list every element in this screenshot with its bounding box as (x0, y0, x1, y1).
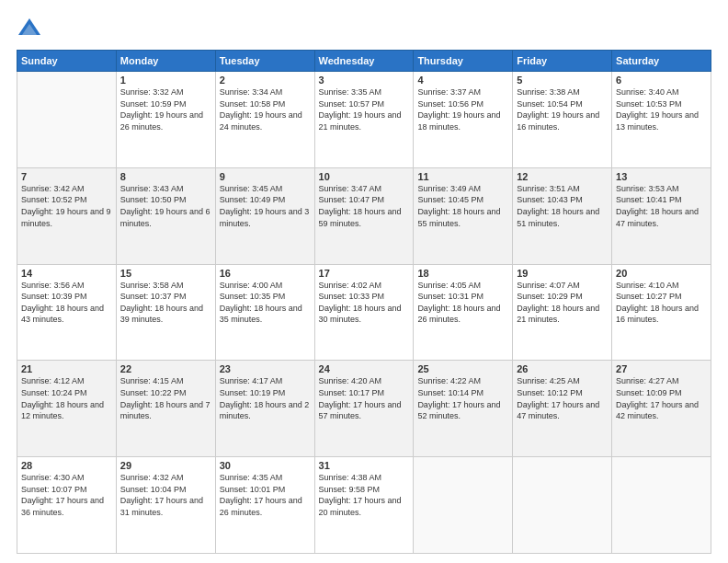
calendar-cell: 31Sunrise: 4:38 AM Sunset: 9:58 PM Dayli… (314, 457, 414, 554)
day-info: Sunrise: 3:49 AM Sunset: 10:45 PM Daylig… (417, 183, 508, 229)
calendar-header-row: SundayMondayTuesdayWednesdayThursdayFrid… (17, 51, 711, 72)
calendar-cell: 16Sunrise: 4:00 AM Sunset: 10:35 PM Dayl… (215, 264, 314, 361)
calendar-week-row: 14Sunrise: 3:56 AM Sunset: 10:39 PM Dayl… (17, 264, 711, 361)
day-info: Sunrise: 3:43 AM Sunset: 10:50 PM Daylig… (120, 183, 211, 229)
day-number: 11 (417, 171, 508, 182)
day-number: 4 (417, 75, 508, 86)
day-info: Sunrise: 4:15 AM Sunset: 10:22 PM Daylig… (120, 375, 211, 421)
calendar-table: SundayMondayTuesdayWednesdayThursdayFrid… (17, 50, 711, 554)
calendar-cell: 5Sunrise: 3:38 AM Sunset: 10:54 PM Dayli… (513, 72, 612, 168)
day-info: Sunrise: 3:53 AM Sunset: 10:41 PM Daylig… (616, 183, 707, 229)
day-number: 24 (319, 363, 410, 374)
day-number: 23 (220, 363, 311, 374)
day-info: Sunrise: 3:42 AM Sunset: 10:52 PM Daylig… (21, 183, 112, 229)
day-number: 1 (120, 75, 211, 86)
calendar-cell: 24Sunrise: 4:20 AM Sunset: 10:17 PM Dayl… (314, 361, 414, 457)
calendar-cell: 7Sunrise: 3:42 AM Sunset: 10:52 PM Dayli… (17, 167, 117, 264)
day-info: Sunrise: 4:27 AM Sunset: 10:09 PM Daylig… (616, 375, 707, 421)
calendar-cell: 15Sunrise: 3:58 AM Sunset: 10:37 PM Dayl… (116, 264, 215, 361)
day-number: 10 (319, 171, 410, 182)
calendar-cell: 26Sunrise: 4:25 AM Sunset: 10:12 PM Dayl… (513, 361, 612, 457)
day-info: Sunrise: 4:05 AM Sunset: 10:31 PM Daylig… (417, 280, 508, 326)
day-number: 6 (616, 75, 707, 86)
calendar-cell (612, 457, 711, 554)
calendar-cell: 12Sunrise: 3:51 AM Sunset: 10:43 PM Dayl… (513, 167, 612, 264)
calendar-cell: 6Sunrise: 3:40 AM Sunset: 10:53 PM Dayli… (612, 72, 711, 168)
day-info: Sunrise: 4:00 AM Sunset: 10:35 PM Daylig… (220, 280, 311, 326)
day-info: Sunrise: 3:45 AM Sunset: 10:49 PM Daylig… (220, 183, 311, 229)
day-info: Sunrise: 4:12 AM Sunset: 10:24 PM Daylig… (21, 375, 112, 421)
weekday-header: Monday (116, 51, 215, 72)
weekday-header: Sunday (17, 51, 117, 72)
calendar-cell: 3Sunrise: 3:35 AM Sunset: 10:57 PM Dayli… (314, 72, 414, 168)
day-number: 15 (120, 268, 211, 279)
calendar-cell: 25Sunrise: 4:22 AM Sunset: 10:14 PM Dayl… (414, 361, 513, 457)
day-number: 19 (517, 268, 608, 279)
calendar-cell: 19Sunrise: 4:07 AM Sunset: 10:29 PM Dayl… (513, 264, 612, 361)
calendar-cell: 21Sunrise: 4:12 AM Sunset: 10:24 PM Dayl… (17, 361, 117, 457)
day-info: Sunrise: 4:32 AM Sunset: 10:04 PM Daylig… (120, 472, 211, 518)
calendar-cell: 20Sunrise: 4:10 AM Sunset: 10:27 PM Dayl… (612, 264, 711, 361)
day-info: Sunrise: 3:40 AM Sunset: 10:53 PM Daylig… (616, 86, 707, 132)
day-number: 26 (517, 363, 608, 374)
day-number: 29 (120, 460, 211, 471)
calendar-cell: 1Sunrise: 3:32 AM Sunset: 10:59 PM Dayli… (116, 72, 215, 168)
day-info: Sunrise: 3:58 AM Sunset: 10:37 PM Daylig… (120, 280, 211, 326)
calendar-cell: 11Sunrise: 3:49 AM Sunset: 10:45 PM Dayl… (414, 167, 513, 264)
day-number: 13 (616, 171, 707, 182)
calendar-cell: 27Sunrise: 4:27 AM Sunset: 10:09 PM Dayl… (612, 361, 711, 457)
weekday-header: Tuesday (215, 51, 314, 72)
calendar-cell: 17Sunrise: 4:02 AM Sunset: 10:33 PM Dayl… (314, 264, 414, 361)
calendar-cell: 9Sunrise: 3:45 AM Sunset: 10:49 PM Dayli… (215, 167, 314, 264)
calendar-week-row: 1Sunrise: 3:32 AM Sunset: 10:59 PM Dayli… (17, 72, 711, 168)
calendar-cell: 2Sunrise: 3:34 AM Sunset: 10:58 PM Dayli… (215, 72, 314, 168)
weekday-header: Wednesday (314, 51, 414, 72)
day-info: Sunrise: 3:38 AM Sunset: 10:54 PM Daylig… (517, 86, 608, 132)
day-number: 21 (21, 363, 112, 374)
logo-icon (17, 17, 42, 42)
day-info: Sunrise: 4:02 AM Sunset: 10:33 PM Daylig… (319, 280, 410, 326)
day-info: Sunrise: 3:37 AM Sunset: 10:56 PM Daylig… (417, 86, 508, 132)
day-info: Sunrise: 4:38 AM Sunset: 9:58 PM Dayligh… (319, 472, 410, 518)
logo (17, 17, 46, 42)
day-number: 30 (220, 460, 311, 471)
day-info: Sunrise: 4:20 AM Sunset: 10:17 PM Daylig… (319, 375, 410, 421)
day-info: Sunrise: 3:51 AM Sunset: 10:43 PM Daylig… (517, 183, 608, 229)
day-info: Sunrise: 4:10 AM Sunset: 10:27 PM Daylig… (616, 280, 707, 326)
calendar-cell: 28Sunrise: 4:30 AM Sunset: 10:07 PM Dayl… (17, 457, 117, 554)
header (17, 17, 711, 42)
day-info: Sunrise: 4:35 AM Sunset: 10:01 PM Daylig… (220, 472, 311, 518)
day-info: Sunrise: 4:30 AM Sunset: 10:07 PM Daylig… (21, 472, 112, 518)
day-info: Sunrise: 3:35 AM Sunset: 10:57 PM Daylig… (319, 86, 410, 132)
calendar-cell: 14Sunrise: 3:56 AM Sunset: 10:39 PM Dayl… (17, 264, 117, 361)
day-number: 5 (517, 75, 608, 86)
day-info: Sunrise: 4:07 AM Sunset: 10:29 PM Daylig… (517, 280, 608, 326)
day-number: 14 (21, 268, 112, 279)
calendar-cell: 30Sunrise: 4:35 AM Sunset: 10:01 PM Dayl… (215, 457, 314, 554)
calendar-week-row: 28Sunrise: 4:30 AM Sunset: 10:07 PM Dayl… (17, 457, 711, 554)
calendar-cell: 8Sunrise: 3:43 AM Sunset: 10:50 PM Dayli… (116, 167, 215, 264)
day-info: Sunrise: 3:56 AM Sunset: 10:39 PM Daylig… (21, 280, 112, 326)
day-number: 2 (220, 75, 311, 86)
calendar-cell: 13Sunrise: 3:53 AM Sunset: 10:41 PM Dayl… (612, 167, 711, 264)
page: SundayMondayTuesdayWednesdayThursdayFrid… (0, 0, 728, 563)
day-info: Sunrise: 4:22 AM Sunset: 10:14 PM Daylig… (417, 375, 508, 421)
day-number: 27 (616, 363, 707, 374)
day-info: Sunrise: 3:47 AM Sunset: 10:47 PM Daylig… (319, 183, 410, 229)
weekday-header: Thursday (414, 51, 513, 72)
day-info: Sunrise: 4:25 AM Sunset: 10:12 PM Daylig… (517, 375, 608, 421)
weekday-header: Saturday (612, 51, 711, 72)
calendar-cell: 18Sunrise: 4:05 AM Sunset: 10:31 PM Dayl… (414, 264, 513, 361)
day-number: 16 (220, 268, 311, 279)
calendar-cell: 22Sunrise: 4:15 AM Sunset: 10:22 PM Dayl… (116, 361, 215, 457)
calendar-week-row: 7Sunrise: 3:42 AM Sunset: 10:52 PM Dayli… (17, 167, 711, 264)
day-number: 25 (417, 363, 508, 374)
calendar-cell: 10Sunrise: 3:47 AM Sunset: 10:47 PM Dayl… (314, 167, 414, 264)
day-number: 9 (220, 171, 311, 182)
calendar-cell (513, 457, 612, 554)
day-info: Sunrise: 3:34 AM Sunset: 10:58 PM Daylig… (220, 86, 311, 132)
calendar-cell: 23Sunrise: 4:17 AM Sunset: 10:19 PM Dayl… (215, 361, 314, 457)
calendar-cell: 29Sunrise: 4:32 AM Sunset: 10:04 PM Dayl… (116, 457, 215, 554)
weekday-header: Friday (513, 51, 612, 72)
day-number: 31 (319, 460, 410, 471)
